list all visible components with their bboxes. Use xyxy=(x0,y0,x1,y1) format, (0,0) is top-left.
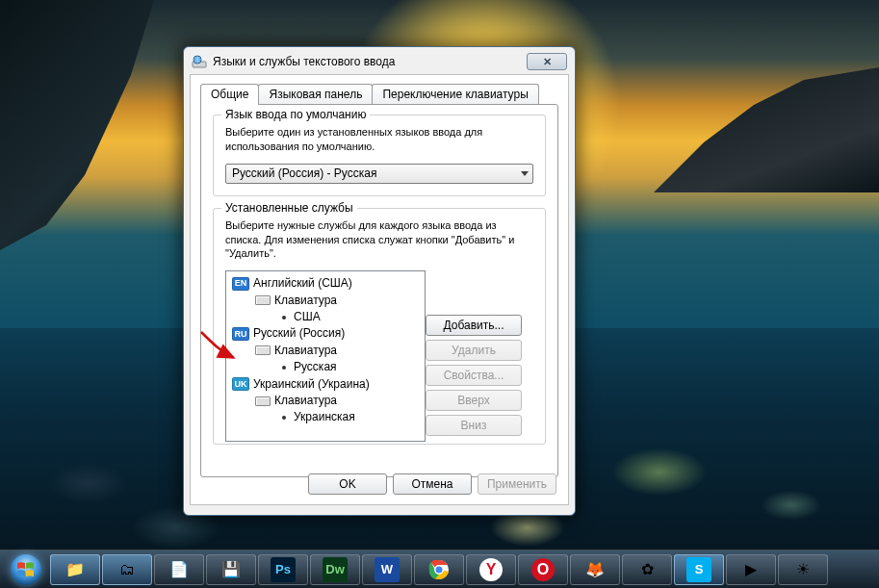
group-default-language-legend: Язык ввода по умолчанию xyxy=(221,108,370,121)
titlebar[interactable]: Языки и службы текстового ввода ✕ xyxy=(190,53,569,74)
default-language-value: Русский (Россия) - Русская xyxy=(232,166,376,180)
taskbar-item-save[interactable]: 💾 xyxy=(206,554,256,585)
taskbar-item-skype[interactable]: S xyxy=(674,554,724,585)
keyboard-icon xyxy=(255,295,271,305)
dialog-title: Языки и службы текстового ввода xyxy=(213,55,521,68)
apply-button[interactable]: Применить xyxy=(478,473,556,495)
yandex-icon: Y xyxy=(479,558,503,581)
desktop: Языки и службы текстового ввода ✕ Общие … xyxy=(0,0,879,588)
bullet-icon xyxy=(282,316,286,320)
language-badge-icon: UK xyxy=(232,377,249,391)
dialog-client: Общие Языковая панель Переключение клави… xyxy=(190,74,569,505)
tree-language-row[interactable]: ENАнглийский (США) xyxy=(232,275,419,292)
wallpaper-rocks-left xyxy=(0,0,154,250)
tab-key-switch[interactable]: Переключение клавиатуры xyxy=(372,84,538,105)
firefox-icon: 🦊 xyxy=(583,558,607,581)
taskbar-item-libraries[interactable]: 🗂 xyxy=(102,554,152,585)
move-down-button[interactable]: Вниз xyxy=(426,415,522,436)
libraries-icon: 🗂 xyxy=(116,558,139,581)
taskbar-item-media[interactable]: ▶ xyxy=(726,554,776,585)
taskbar-item-yandex[interactable]: Y xyxy=(466,554,516,585)
bullet-icon xyxy=(282,366,286,370)
tree-layout-name: Русская xyxy=(294,359,337,375)
taskbar-item-notepad[interactable]: 📄 xyxy=(154,554,204,585)
close-button[interactable]: ✕ xyxy=(527,53,567,70)
tree-language-row[interactable]: UKУкраинский (Украина) xyxy=(232,376,419,393)
properties-button[interactable]: Свойства... xyxy=(426,365,522,386)
chrome-icon xyxy=(427,558,451,581)
tree-layout-row[interactable]: США xyxy=(232,309,419,325)
explorer-icon: 📁 xyxy=(64,558,87,581)
tree-language-name: Украинский (Украина) xyxy=(253,376,370,393)
keyboard-globe-icon xyxy=(192,54,207,69)
tab-language-bar[interactable]: Языковая панель xyxy=(258,84,373,105)
tree-keyboard-label: Клавиатура xyxy=(274,393,337,409)
language-badge-icon: EN xyxy=(232,277,249,291)
icq-icon: ✿ xyxy=(635,558,659,581)
taskbar-item-icq[interactable]: ✿ xyxy=(622,554,672,585)
group-installed-services-help: Выберите нужные службы для каждого языка… xyxy=(225,218,533,262)
text-services-dialog: Языки и службы текстового ввода ✕ Общие … xyxy=(183,46,576,516)
tree-layout-name: Украинская xyxy=(294,409,355,425)
group-default-language: Язык ввода по умолчанию Выберите один из… xyxy=(213,115,546,196)
bullet-icon xyxy=(282,416,286,420)
notepad-icon: 📄 xyxy=(168,558,191,581)
tabpanel-general: Язык ввода по умолчанию Выберите один из… xyxy=(200,104,558,477)
taskbar[interactable]: 📁🗂📄💾PsDwWYO🦊✿S▶☀ xyxy=(0,550,879,588)
windows-logo-icon xyxy=(10,553,42,586)
tab-key-switch-label: Переключение клавиатуры xyxy=(382,88,528,101)
svg-point-2 xyxy=(11,554,41,585)
taskbar-item-explorer[interactable]: 📁 xyxy=(50,554,100,585)
chevron-down-icon xyxy=(521,171,529,176)
dreamweaver-icon: Dw xyxy=(323,557,348,582)
dialog-bottom-buttons: OK Отмена Применить xyxy=(308,473,556,495)
tree-keyboard-row[interactable]: Клавиатура xyxy=(232,393,419,409)
cancel-button[interactable]: Отмена xyxy=(393,473,472,495)
close-icon: ✕ xyxy=(543,56,552,68)
tree-keyboard-row[interactable]: Клавиатура xyxy=(232,293,419,309)
opera-icon: O xyxy=(531,558,555,581)
tree-layout-row[interactable]: Украинская xyxy=(232,409,419,425)
taskbar-item-chrome[interactable] xyxy=(414,554,464,585)
photoshop-icon: Ps xyxy=(271,557,296,582)
group-installed-services-legend: Установленные службы xyxy=(221,201,357,215)
language-badge-icon: RU xyxy=(232,327,249,341)
tabstrip: Общие Языковая панель Переключение клави… xyxy=(200,82,558,105)
add-button[interactable]: Добавить... xyxy=(426,315,522,336)
taskbar-item-firefox[interactable]: 🦊 xyxy=(570,554,620,585)
tree-language-name: Английский (США) xyxy=(253,275,352,292)
tree-language-row[interactable]: RUРусский (Россия) xyxy=(232,325,419,342)
tab-general-label: Общие xyxy=(211,88,248,101)
media-icon: ▶ xyxy=(739,558,763,581)
group-default-language-help: Выберите один из установленных языков вв… xyxy=(225,125,533,154)
taskbar-item-opera[interactable]: O xyxy=(518,554,568,585)
keyboard-icon xyxy=(255,396,271,406)
remove-button[interactable]: Удалить xyxy=(426,340,522,361)
weather-icon: ☀ xyxy=(791,558,814,581)
ok-button[interactable]: OK xyxy=(308,473,387,495)
tab-language-bar-label: Языковая панель xyxy=(269,88,362,101)
tree-layout-row[interactable]: Русская xyxy=(232,359,419,375)
tree-keyboard-label: Клавиатура xyxy=(274,293,337,309)
taskbar-item-weather[interactable]: ☀ xyxy=(778,554,828,585)
keyboard-icon xyxy=(255,345,271,355)
installed-languages-tree[interactable]: ENАнглийский (США)КлавиатураСШАRUРусский… xyxy=(225,270,426,442)
taskbar-item-word[interactable]: W xyxy=(362,554,412,585)
taskbar-item-dreamweaver[interactable]: Dw xyxy=(310,554,360,585)
default-language-dropdown[interactable]: Русский (Россия) - Русская xyxy=(225,164,533,184)
tree-keyboard-row[interactable]: Клавиатура xyxy=(232,343,419,359)
wallpaper-rock-right xyxy=(629,67,879,192)
skype-icon: S xyxy=(686,557,711,582)
move-up-button[interactable]: Вверх xyxy=(426,390,522,411)
side-buttons: Добавить... Удалить Свойства... Вверх Вн… xyxy=(426,315,522,486)
tab-general[interactable]: Общие xyxy=(200,84,259,105)
tree-layout-name: США xyxy=(294,309,321,325)
save-icon: 💾 xyxy=(220,558,243,581)
start-button[interactable] xyxy=(4,552,48,587)
taskbar-item-photoshop[interactable]: Ps xyxy=(258,554,308,585)
tree-keyboard-label: Клавиатура xyxy=(274,343,337,359)
group-installed-services: Установленные службы Выберите нужные слу… xyxy=(213,208,546,445)
word-icon: W xyxy=(375,557,400,582)
tree-language-name: Русский (Россия) xyxy=(253,325,345,342)
